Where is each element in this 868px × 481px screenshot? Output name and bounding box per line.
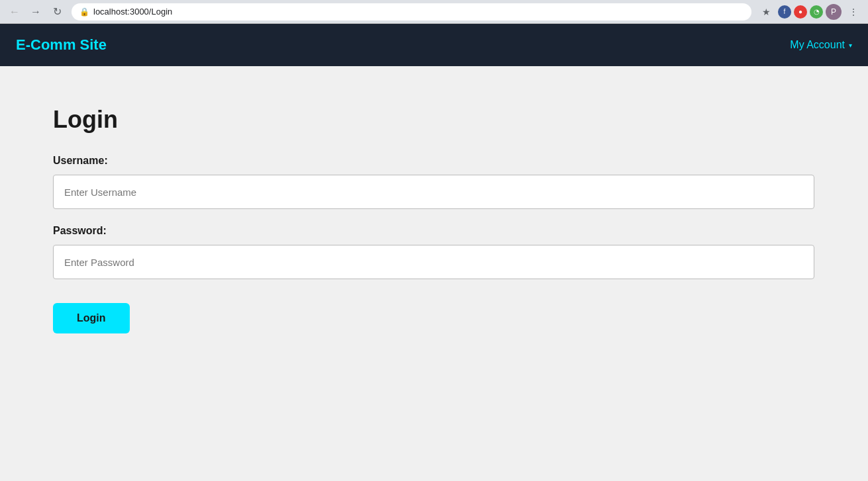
app-brand-link[interactable]: E-Comm Site — [16, 36, 107, 54]
browser-chrome: ← → ↻ 🔒 localhost:3000/Login ★ f ● ◔ P ⋮ — [0, 0, 868, 24]
star-icon: ★ — [762, 7, 771, 17]
url-text: localhost:3000/Login — [93, 7, 172, 17]
extension-icon-2[interactable]: ● — [794, 5, 807, 19]
chevron-down-icon: ▾ — [849, 42, 852, 49]
app-navbar: E-Comm Site My Account ▾ — [0, 24, 868, 66]
lock-icon: 🔒 — [79, 7, 89, 17]
avatar-letter: P — [831, 7, 836, 17]
reload-button[interactable]: ↻ — [48, 3, 66, 21]
password-group: Password: — [53, 225, 815, 279]
star-button[interactable]: ★ — [757, 3, 775, 21]
ext-2-symbol: ● — [798, 8, 802, 15]
username-label: Username: — [53, 155, 815, 167]
address-bar[interactable]: 🔒 localhost:3000/Login — [72, 3, 751, 21]
password-input[interactable] — [53, 245, 814, 279]
profile-avatar[interactable]: P — [826, 4, 842, 20]
login-button[interactable]: Login — [53, 303, 130, 333]
ext-1-symbol: f — [784, 8, 786, 15]
page-title: Login — [53, 106, 815, 134]
reload-icon: ↻ — [53, 5, 62, 18]
main-content: Login Username: Password: Login — [0, 66, 868, 481]
browser-nav-buttons: ← → ↻ — [5, 3, 66, 21]
back-button[interactable]: ← — [5, 3, 24, 21]
back-icon: ← — [9, 6, 20, 18]
forward-button[interactable]: → — [26, 3, 45, 21]
forward-icon: → — [30, 6, 41, 18]
extension-icon-3[interactable]: ◔ — [810, 5, 823, 19]
browser-actions: ★ f ● ◔ P ⋮ — [757, 3, 863, 21]
username-input[interactable] — [53, 175, 814, 209]
more-menu-icon: ⋮ — [849, 7, 858, 17]
username-group: Username: — [53, 155, 815, 209]
more-menu-button[interactable]: ⋮ — [844, 3, 863, 21]
password-label: Password: — [53, 225, 815, 237]
my-account-label: My Account — [790, 39, 845, 51]
extension-icon-1[interactable]: f — [778, 5, 791, 19]
ext-3-symbol: ◔ — [814, 8, 820, 15]
my-account-button[interactable]: My Account ▾ — [790, 39, 852, 51]
